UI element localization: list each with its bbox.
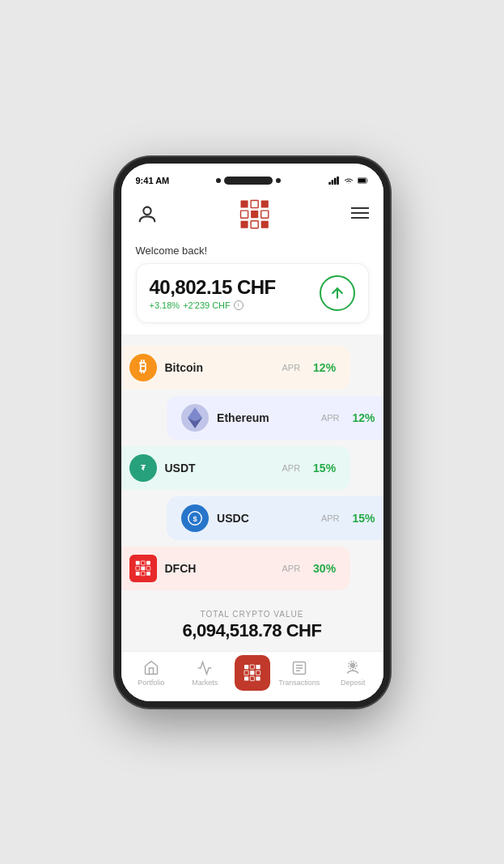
svg-rect-31 [141, 566, 145, 570]
bitcoin-logo: ₿ [129, 354, 157, 381]
dfch-name: DFCH [165, 562, 282, 575]
info-icon[interactable]: i [234, 300, 244, 310]
dfch-apr-label: APR [282, 564, 300, 573]
up-arrow-button[interactable] [320, 275, 355, 311]
balance-change: +3.18% +2'239 CHF i [150, 300, 276, 310]
nav-deposit[interactable]: Deposit [326, 659, 380, 687]
svg-rect-43 [250, 676, 254, 680]
usdt-logo: ₮ [129, 454, 157, 482]
usdc-logo: $ [181, 504, 209, 532]
nav-portfolio[interactable]: Portfolio [125, 659, 179, 687]
balance-chf: +2'239 CHF [183, 300, 231, 310]
signal-icon [328, 177, 340, 185]
usdt-apr-value: 15% [308, 462, 336, 475]
svg-rect-42 [244, 676, 248, 680]
user-avatar[interactable] [136, 203, 159, 226]
balance-card: 40,802.15 CHF +3.18% +2'239 CHF i [136, 263, 369, 323]
usdt-apr-label: APR [282, 463, 300, 473]
nav-center[interactable] [232, 655, 273, 691]
balance-amount: 40,802.15 CHF [150, 276, 276, 299]
svg-rect-1 [331, 180, 333, 185]
welcome-text: Welcome back! [136, 245, 369, 257]
svg-rect-14 [251, 220, 258, 228]
bitcoin-name: Bitcoin [165, 361, 282, 374]
total-section: TOTAL CRYPTO VALUE 6,094,518.78 CHF [121, 598, 383, 649]
svg-rect-28 [141, 560, 145, 564]
app-header [121, 193, 383, 236]
crypto-row-ethereum[interactable]: Ethereum APR 12% [167, 396, 383, 440]
svg-rect-27 [135, 560, 139, 564]
transactions-label: Transactions [278, 679, 320, 687]
notch-dot [216, 178, 221, 183]
svg-rect-37 [250, 665, 254, 669]
svg-rect-39 [244, 670, 248, 675]
svg-rect-33 [135, 572, 139, 576]
dfch-logo [129, 555, 157, 582]
crypto-row-dfch[interactable]: DFCH APR 30% [121, 547, 351, 590]
svg-point-6 [143, 206, 150, 214]
svg-rect-2 [334, 177, 337, 184]
svg-rect-35 [146, 572, 150, 576]
svg-rect-7 [240, 200, 248, 207]
balance-info: 40,802.15 CHF +3.18% +2'239 CHF i [150, 276, 276, 310]
svg-rect-32 [146, 566, 150, 570]
ethereum-logo [181, 404, 209, 432]
crypto-row-usdc[interactable]: $ USDC APR 15% [167, 496, 383, 540]
bottom-nav: Portfolio Markets [121, 651, 383, 701]
svg-rect-13 [240, 220, 248, 228]
scroll-area: Welcome back! 40,802.15 CHF +3.18% +2'23… [121, 236, 383, 701]
svg-rect-41 [256, 670, 260, 675]
svg-rect-34 [141, 572, 145, 576]
ethereum-name: Ethereum [217, 411, 321, 424]
svg-rect-29 [146, 560, 150, 564]
svg-rect-5 [358, 178, 366, 182]
deposit-label: Deposit [341, 679, 366, 687]
nav-transactions[interactable]: Transactions [273, 659, 327, 687]
nav-markets[interactable]: Markets [178, 659, 232, 687]
hamburger-menu[interactable] [351, 205, 369, 223]
center-action-button[interactable] [235, 655, 270, 691]
battery-icon [358, 177, 369, 185]
transactions-icon [290, 659, 308, 677]
svg-rect-30 [135, 566, 139, 570]
usdc-apr-value: 15% [348, 512, 375, 525]
svg-rect-9 [260, 200, 268, 207]
svg-rect-15 [260, 220, 268, 228]
svg-text:$: $ [193, 514, 197, 522]
svg-rect-44 [256, 676, 260, 680]
usdc-apr-label: APR [321, 513, 340, 523]
svg-rect-36 [244, 665, 248, 669]
crypto-row-usdt[interactable]: ₮ USDT APR 15% [121, 446, 351, 490]
status-time: 9:41 AM [136, 176, 170, 185]
portfolio-icon [142, 659, 160, 677]
crypto-list: ₿ Bitcoin APR 12% Ethereum APR 12% [121, 338, 383, 598]
svg-text:₮: ₮ [141, 464, 146, 472]
app-logo [238, 198, 272, 232]
balance-section: Welcome back! 40,802.15 CHF +3.18% +2'23… [121, 236, 383, 334]
status-bar: 9:41 AM [121, 164, 383, 193]
notch-center [216, 177, 281, 185]
notch-dot2 [276, 178, 281, 183]
svg-rect-0 [328, 181, 331, 184]
usdt-name: USDT [165, 462, 282, 475]
bitcoin-apr-value: 12% [308, 361, 336, 374]
deposit-icon [344, 659, 362, 677]
balance-pct: +3.18% [150, 300, 180, 310]
status-icons [328, 177, 369, 185]
wifi-icon [343, 177, 354, 185]
usdc-name: USDC [217, 512, 321, 525]
crypto-row-bitcoin[interactable]: ₿ Bitcoin APR 12% [121, 346, 351, 389]
markets-icon [196, 659, 214, 677]
portfolio-label: Portfolio [138, 679, 164, 687]
notch-pill [224, 177, 273, 185]
bitcoin-apr-label: APR [282, 363, 300, 372]
total-value: 6,094,518.78 CHF [136, 620, 369, 641]
svg-rect-3 [337, 177, 339, 185]
svg-rect-10 [240, 211, 248, 218]
phone-frame: 9:41 AM [115, 157, 390, 708]
svg-rect-12 [260, 211, 268, 218]
dfch-apr-value: 30% [308, 562, 336, 575]
ethereum-apr-value: 12% [348, 411, 375, 424]
svg-rect-11 [251, 211, 258, 218]
svg-rect-38 [256, 665, 260, 669]
